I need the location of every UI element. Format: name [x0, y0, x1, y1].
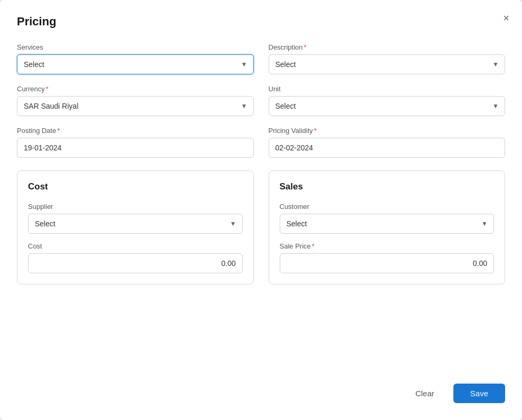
dialog-title: Pricing	[17, 15, 505, 28]
supplier-select[interactable]: Select	[28, 214, 243, 234]
currency-select-wrapper: SAR Saudi Riyal ▼	[17, 96, 254, 116]
cost-panel: Cost Supplier Select ▼ Cost	[17, 170, 254, 284]
customer-label: Customer	[280, 203, 495, 211]
supplier-select-wrapper: Select ▼	[28, 214, 243, 234]
panels-row: Cost Supplier Select ▼ Cost Sales Custom…	[17, 170, 505, 284]
unit-select[interactable]: Select	[269, 96, 506, 116]
currency-field: Currency* SAR Saudi Riyal ▼	[17, 85, 254, 116]
cost-amount-field: Cost	[28, 242, 243, 273]
cost-amount-input[interactable]	[28, 253, 243, 273]
pricing-validity-field: Pricing Validity*	[269, 127, 506, 158]
services-select[interactable]: Select	[17, 54, 254, 74]
sale-price-field: Sale Price*	[280, 242, 495, 273]
supplier-label: Supplier	[28, 203, 243, 211]
clear-button[interactable]: Clear	[405, 384, 445, 403]
pricing-dialog: × Pricing Services Select ▼ Description*…	[0, 0, 522, 420]
unit-select-wrapper: Select ▼	[269, 96, 506, 116]
unit-field: Unit Select ▼	[269, 85, 506, 116]
currency-select[interactable]: SAR Saudi Riyal	[17, 96, 254, 116]
posting-date-label: Posting Date*	[17, 127, 254, 135]
sales-panel: Sales Customer Select ▼ Sale Price*	[269, 170, 506, 284]
services-field: Services Select ▼	[17, 43, 254, 74]
sale-price-label: Sale Price*	[280, 242, 495, 250]
description-label: Description*	[269, 43, 506, 51]
posting-date-input[interactable]	[17, 138, 254, 158]
currency-required-star: *	[46, 85, 49, 93]
services-label: Services	[17, 43, 254, 51]
description-required-star: *	[304, 43, 307, 51]
unit-label: Unit	[269, 85, 506, 93]
customer-field: Customer Select ▼	[280, 203, 495, 234]
services-select-wrapper: Select ▼	[17, 54, 254, 74]
customer-select-wrapper: Select ▼	[280, 214, 495, 234]
save-button[interactable]: Save	[453, 384, 505, 403]
currency-label: Currency*	[17, 85, 254, 93]
description-select-wrapper: Select ▼	[269, 54, 506, 74]
close-button[interactable]: ×	[501, 11, 511, 25]
pricing-validity-label: Pricing Validity*	[269, 127, 506, 135]
sale-price-input[interactable]	[280, 253, 495, 273]
description-select[interactable]: Select	[269, 54, 506, 74]
sale-price-required-star: *	[312, 242, 315, 250]
dialog-footer: Clear Save	[17, 367, 505, 403]
pricing-validity-required-star: *	[314, 127, 317, 135]
posting-date-required-star: *	[57, 127, 60, 135]
sales-panel-title: Sales	[280, 182, 495, 192]
pricing-validity-input[interactable]	[269, 138, 506, 158]
customer-select[interactable]: Select	[280, 214, 495, 234]
description-field: Description* Select ▼	[269, 43, 506, 74]
supplier-field: Supplier Select ▼	[28, 203, 243, 234]
cost-panel-title: Cost	[28, 182, 243, 192]
form-grid: Services Select ▼ Description* Select ▼	[17, 43, 505, 158]
cost-amount-label: Cost	[28, 242, 243, 250]
posting-date-field: Posting Date*	[17, 127, 254, 158]
